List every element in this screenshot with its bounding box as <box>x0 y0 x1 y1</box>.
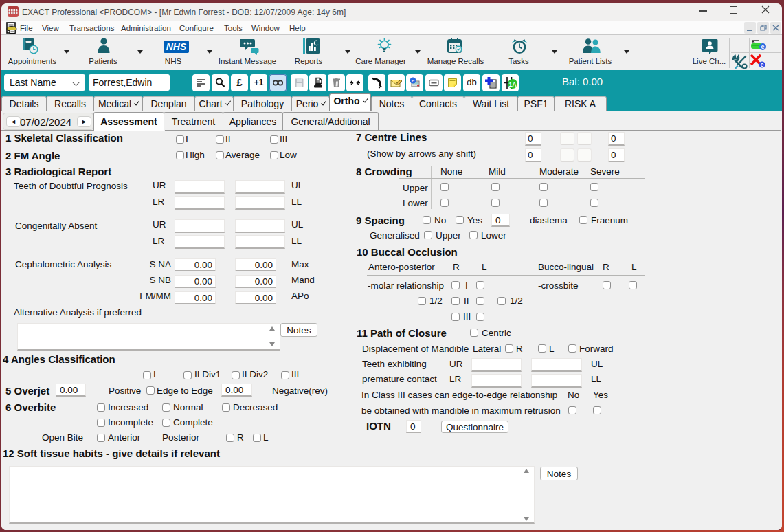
svg-text:e: e <box>412 78 415 84</box>
svg-text:1A: 1A <box>508 80 517 87</box>
svg-text:e: e <box>761 43 764 50</box>
svg-text:e: e <box>760 61 763 68</box>
